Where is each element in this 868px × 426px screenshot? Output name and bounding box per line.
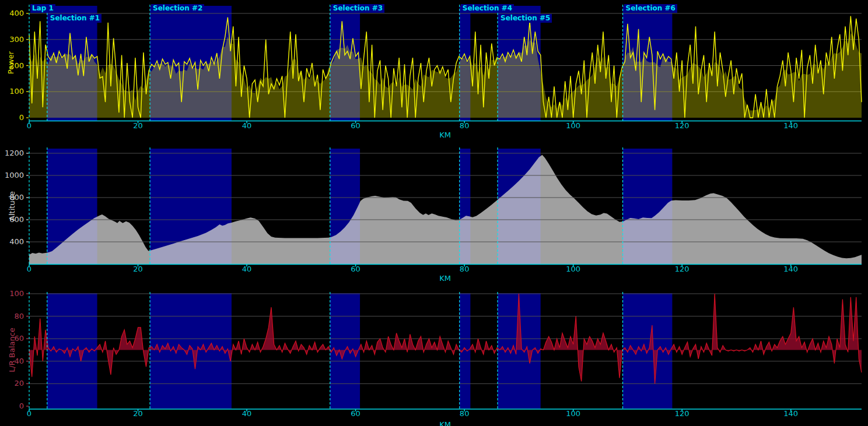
x-tick-label: 40 bbox=[242, 121, 252, 130]
x-tick-label: 80 bbox=[460, 265, 470, 273]
x-tick-label: 40 bbox=[242, 409, 252, 418]
y-tick-label: 20 bbox=[14, 379, 24, 388]
selection-label: Selection #5 bbox=[499, 14, 552, 23]
x-tick-label: 80 bbox=[460, 121, 470, 130]
x-tick-label: 60 bbox=[351, 409, 360, 418]
y-tick-label: 400 bbox=[9, 237, 24, 246]
x-tick-label: 100 bbox=[566, 409, 580, 418]
y-tick-label: 80 bbox=[14, 312, 24, 321]
x-tick-label: 20 bbox=[133, 409, 143, 418]
selection-label: Selection #3 bbox=[331, 4, 384, 13]
x-tick-label: 120 bbox=[675, 409, 690, 418]
y-tick-label: 300 bbox=[9, 35, 24, 44]
y-tick-label: 800 bbox=[9, 193, 24, 202]
selection-label: Selection #4 bbox=[461, 4, 514, 13]
x-tick-label: 140 bbox=[783, 265, 798, 273]
x-tick-label: 0 bbox=[27, 265, 32, 273]
x-tick-label: 20 bbox=[133, 265, 143, 273]
x-tick-label: 120 bbox=[675, 121, 690, 130]
x-tick-label: 80 bbox=[460, 409, 470, 418]
x-tick-label: 140 bbox=[783, 409, 798, 418]
selection-label: Selection #1 bbox=[48, 14, 102, 23]
x-tick-label: 40 bbox=[242, 265, 252, 273]
x-tick-label: 60 bbox=[351, 265, 360, 273]
selection-label: Lap 1 bbox=[30, 4, 55, 13]
x-tick-label: 120 bbox=[675, 265, 690, 273]
y-tick-label: 200 bbox=[9, 61, 24, 70]
y-tick-label: 0 bbox=[19, 402, 24, 410]
x-tick-label: 0 bbox=[27, 409, 32, 418]
selection-label: Selection #6 bbox=[624, 4, 677, 13]
y-tick-label: 60 bbox=[14, 334, 24, 343]
charts-canvas[interactable]: 0204060801001201400100200300400020406080… bbox=[0, 0, 868, 426]
y-tick-label: 1000 bbox=[5, 171, 24, 179]
x-tick-label: 140 bbox=[783, 121, 798, 130]
ride-analysis-window: 0204060801001201400100200300400020406080… bbox=[0, 0, 868, 426]
y-tick-label: 0 bbox=[19, 113, 24, 122]
y-tick-label: 100 bbox=[9, 87, 24, 96]
y-tick-label: 100 bbox=[9, 289, 24, 298]
x-tick-label: 100 bbox=[566, 265, 580, 273]
x-tick-label: 20 bbox=[133, 121, 143, 130]
y-tick-label: 1200 bbox=[5, 149, 24, 157]
y-tick-label: 40 bbox=[14, 357, 24, 365]
x-tick-label: 100 bbox=[566, 121, 580, 130]
x-tick-label: 0 bbox=[27, 121, 32, 130]
x-tick-label: 60 bbox=[351, 121, 360, 130]
y-tick-label: 600 bbox=[9, 215, 24, 224]
y-tick-label: 400 bbox=[9, 9, 24, 17]
selection-label: Selection #2 bbox=[151, 4, 204, 13]
